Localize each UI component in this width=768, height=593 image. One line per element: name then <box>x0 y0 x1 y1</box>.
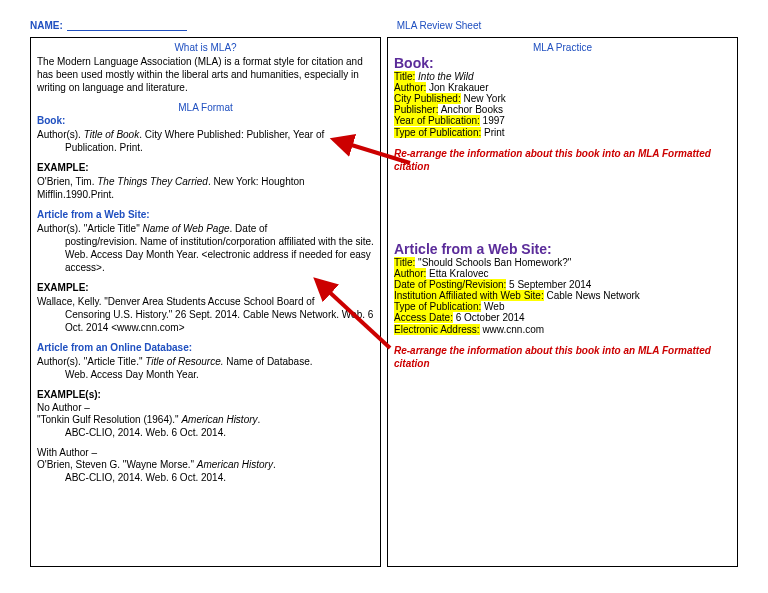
value: New York <box>461 93 506 104</box>
web-example: Wallace, Kelly. "Denver Area Students Ac… <box>37 295 374 334</box>
book-title-row: Title: Into the Wild <box>394 71 731 82</box>
db-example-withauthor: O'Brien, Steven G. "Wayne Morse." Americ… <box>37 458 374 484</box>
db-example-noauthor: "Tonkin Gulf Resolution (1964)." America… <box>37 413 374 439</box>
web-date-row: Date of Posting/Revision: 5 September 20… <box>394 279 731 290</box>
text: Publication. Print. <box>37 141 374 154</box>
label: Title: <box>394 71 415 82</box>
book-type-row: Type of Publication: Print <box>394 126 731 139</box>
name-label: NAME: <box>30 20 63 31</box>
text: Mifflin.1990.Print. <box>37 188 374 201</box>
text: ABC-CLIO, 2014. Web. 6 Oct. 2014. <box>37 426 374 439</box>
example-head: EXAMPLE: <box>37 162 374 173</box>
page-title: MLA Review Sheet <box>397 20 482 31</box>
label: City Published: <box>394 93 461 104</box>
db-head: Article from an Online Database: <box>37 342 374 353</box>
mla-format-head: MLA Format <box>37 102 374 113</box>
columns: What is MLA? The Modern Language Associa… <box>30 37 738 567</box>
web-author-row: Author: Etta Kralovec <box>394 268 731 279</box>
text: Censoring U.S. History." 26 Sept. 2014. … <box>37 308 374 334</box>
text: . City Where Published: Publisher, Year … <box>139 129 324 140</box>
value: Print <box>481 127 504 138</box>
left-column: What is MLA? The Modern Language Associa… <box>30 37 381 567</box>
text-italic: Title of Resource. <box>145 356 223 367</box>
text-italic: Name of Web Page <box>142 223 229 234</box>
web-inst-row: Institution Affiliated with Web Site: Ca… <box>394 290 731 301</box>
web-access-row: Access Date: 6 October 2014 <box>394 312 731 323</box>
label: Date of Posting/Revision: <box>394 279 506 290</box>
text: O'Brien, Steven G. "Wayne Morse." <box>37 459 197 470</box>
practice-web-head: Article from a Web Site: <box>394 241 731 257</box>
label: Electronic Address: <box>394 324 480 335</box>
label: Title: <box>394 257 415 268</box>
right-column: MLA Practice Book: Title: Into the Wild … <box>387 37 738 567</box>
text: Wallace, Kelly. "Denver Area Students Ac… <box>37 295 374 308</box>
text: "Tonkin Gulf Resolution (1964)." <box>37 414 181 425</box>
no-author-label: No Author – <box>37 402 374 413</box>
text: Name of Database. <box>224 356 313 367</box>
text: Author(s). <box>37 129 84 140</box>
text: . <box>273 459 276 470</box>
example-head: EXAMPLE: <box>37 282 374 293</box>
web-addr-row: Electronic Address: www.cnn.com <box>394 323 731 336</box>
text-italic: The Things They Carried <box>97 176 208 187</box>
header: NAME: MLA Review Sheet <box>30 20 738 31</box>
with-author-label: With Author – <box>37 447 374 458</box>
what-is-mla-head: What is MLA? <box>37 42 374 53</box>
value: Jon Krakauer <box>426 82 488 93</box>
text: posting/revision. Name of institution/co… <box>37 235 374 274</box>
value: 5 September 2014 <box>506 279 591 290</box>
text: . <box>258 414 261 425</box>
instruction-web: Re-arrange the information about this bo… <box>394 344 731 370</box>
label: Type of Publication: <box>394 127 481 138</box>
web-head: Article from a Web Site: <box>37 209 374 220</box>
book-year-row: Year of Publication: 1997 <box>394 115 731 126</box>
value: Web <box>481 301 504 312</box>
text: ABC-CLIO, 2014. Web. 6 Oct. 2014. <box>37 471 374 484</box>
name-input-line[interactable] <box>67 20 187 31</box>
label: Year of Publication: <box>394 115 480 126</box>
db-pattern: Author(s). "Article Title." Title of Res… <box>37 355 374 381</box>
value: www.cnn.com <box>480 324 544 335</box>
practice-book-head: Book: <box>394 55 731 71</box>
text: . New York: Houghton <box>208 176 305 187</box>
book-author-row: Author: Jon Krakauer <box>394 82 731 93</box>
text: . Date of <box>230 223 268 234</box>
label: Institution Affiliated with Web Site: <box>394 290 544 301</box>
book-publisher-row: Publisher: Anchor Books <box>394 104 731 115</box>
web-type-row: Type of Publication: Web <box>394 301 731 312</box>
value: Etta Kralovec <box>426 268 488 279</box>
book-city-row: City Published: New York <box>394 93 731 104</box>
examples-head: EXAMPLE(s): <box>37 389 374 400</box>
label: Type of Publication: <box>394 301 481 312</box>
label: Publisher: <box>394 104 438 115</box>
text: O'Brien, Tim. <box>37 176 97 187</box>
value: Anchor Books <box>438 104 502 115</box>
text-italic: Title of Book <box>84 129 140 140</box>
text-italic: American History <box>181 414 257 425</box>
mla-practice-head: MLA Practice <box>394 42 731 53</box>
text: Author(s). "Article Title." <box>37 356 145 367</box>
value: "Should Schools Ban Homework?" <box>415 257 571 268</box>
text: Author(s). "Article Title" <box>37 223 142 234</box>
text: Web. Access Day Month Year. <box>37 368 374 381</box>
label: Access Date: <box>394 312 453 323</box>
value: Cable News Network <box>544 290 640 301</box>
value: 6 October 2014 <box>453 312 525 323</box>
value: 1997 <box>480 115 505 126</box>
book-pattern: Author(s). Title of Book. City Where Pub… <box>37 128 374 154</box>
instruction-book: Re-arrange the information about this bo… <box>394 147 731 173</box>
book-head: Book: <box>37 115 374 126</box>
label: Author: <box>394 82 426 93</box>
book-example: O'Brien, Tim. The Things They Carried. N… <box>37 175 374 201</box>
text-italic: American History <box>197 459 273 470</box>
label: Author: <box>394 268 426 279</box>
value: Into the Wild <box>418 71 474 82</box>
web-title-row: Title: "Should Schools Ban Homework?" <box>394 257 731 268</box>
web-pattern: Author(s). "Article Title" Name of Web P… <box>37 222 374 274</box>
mla-intro: The Modern Language Association (MLA) is… <box>37 55 374 94</box>
